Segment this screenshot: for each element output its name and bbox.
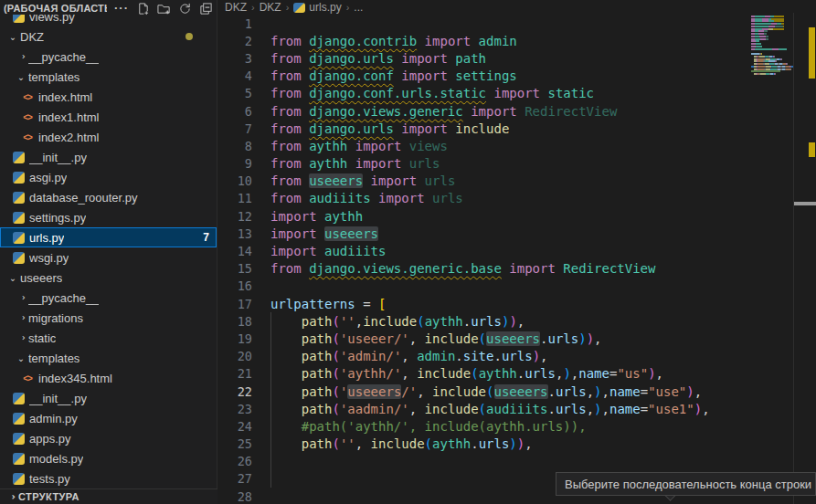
minimap-segment xyxy=(751,53,759,55)
code-line-20[interactable]: 20 path('admin/', admin.site.urls), xyxy=(218,348,816,365)
tree-file-models.py[interactable]: models.py xyxy=(0,448,217,468)
tree-file-index345.html[interactable]: <>index345.html xyxy=(0,368,217,388)
code-line-18[interactable]: 18 path('',include(aythh.urls)), xyxy=(218,312,816,330)
code-token: , xyxy=(409,402,425,416)
new-folder-icon[interactable] xyxy=(156,1,171,16)
tree-item-label: __pycache__ xyxy=(28,50,99,64)
code-area[interactable]: 12from django.contrib import admin3from … xyxy=(218,15,816,504)
tree-folder-templates[interactable]: ⌄templates xyxy=(0,348,217,368)
code-line-13[interactable]: 13import useeers xyxy=(218,225,816,242)
code-text: path('',include(aythh.urls)), xyxy=(252,314,525,329)
tree-file-wsgi.py[interactable]: wsgi.py xyxy=(0,247,217,268)
code-line-22[interactable]: 22 path('useeers/', include(useeers.urls… xyxy=(218,383,816,400)
code-line-14[interactable]: 14import audiiits xyxy=(218,242,816,259)
code-token: urls xyxy=(409,156,440,171)
html-file-icon: <> xyxy=(20,373,35,383)
tree-folder-__pycache__[interactable]: ⌄__pycache__ xyxy=(0,288,217,308)
collapse-folders-icon[interactable] xyxy=(198,1,213,16)
tree-folder-useeers[interactable]: ⌄useeers xyxy=(0,268,217,288)
code-line-26[interactable]: 26 xyxy=(218,453,816,470)
tree-folder-static[interactable]: ⌄static xyxy=(0,328,217,348)
tree-file-index.html[interactable]: <>index.html xyxy=(0,87,217,107)
code-line-5[interactable]: 5from django.conf.urls.static import sta… xyxy=(218,85,816,102)
tree-file-index2.html[interactable]: <>index2.html xyxy=(0,127,217,147)
code-line-23[interactable]: 23 path('aadmin/', include(audiiits.urls… xyxy=(218,400,816,417)
tree-file-admin.py[interactable]: admin.py xyxy=(0,408,217,428)
code-token: useeers xyxy=(347,384,401,399)
python-file-icon xyxy=(13,433,25,445)
tree-file-apps.py[interactable]: apps.py xyxy=(0,428,217,448)
chevron-down-icon: ⌄ xyxy=(14,69,28,84)
breadcrumb: DKZ›DKZ›urls.py›... xyxy=(218,0,816,15)
tree-item-label: __pycache__ xyxy=(28,291,99,305)
code-token: include xyxy=(432,384,486,399)
code-line-25[interactable]: 25 path('', include(aythh.urls)), xyxy=(218,436,816,453)
code-token: import xyxy=(417,34,478,48)
minimap-segment xyxy=(756,46,761,47)
tree-folder-DKZ[interactable]: ⌄DKZ xyxy=(0,26,217,47)
line-number: 11 xyxy=(218,191,252,205)
code-line-11[interactable]: 11from audiiits import urls xyxy=(218,190,816,207)
minimap-segment xyxy=(755,48,773,50)
tree-file-views.py[interactable]: views.py xyxy=(0,15,217,26)
code-line-12[interactable]: 12import aythh xyxy=(218,207,816,225)
line-number: 13 xyxy=(218,226,252,241)
python-file-icon xyxy=(13,15,25,23)
code-token: ( xyxy=(417,314,424,329)
editor-pane[interactable]: DKZ›DKZ›urls.py›... 12from django.contri… xyxy=(218,0,816,504)
minimap-segment xyxy=(768,18,771,20)
code-line-19[interactable]: 19 path('useeer/', include(useeers.urls)… xyxy=(218,330,816,347)
tree-folder-templates[interactable]: ⌄templates xyxy=(0,67,217,87)
minimap-line xyxy=(751,38,768,40)
line-number: 23 xyxy=(218,402,252,416)
minimap-line xyxy=(751,63,788,65)
breadcrumb-item[interactable]: DKZ xyxy=(225,1,247,14)
code-line-24[interactable]: 24 #path('aythh/', include(aythh.urls)), xyxy=(218,417,816,435)
code-line-2[interactable]: 2from django.contrib import admin xyxy=(218,32,816,49)
code-token: = xyxy=(355,297,378,311)
tree-file-settings.py[interactable]: settings.py xyxy=(0,207,217,227)
tree-file-__init__.py[interactable]: __init__.py xyxy=(0,388,217,408)
tree-file-asgi.py[interactable]: asgi.py xyxy=(0,167,217,187)
code-line-17[interactable]: 17urlpatterns = [ xyxy=(218,295,816,312)
tree-file-tests.py[interactable]: tests.py xyxy=(0,468,217,488)
code-token: ( xyxy=(479,331,486,346)
tree-item-label: tests.py xyxy=(29,472,70,486)
refresh-icon[interactable] xyxy=(177,1,192,16)
code-line-16[interactable]: 16 xyxy=(218,278,816,295)
code-line-1[interactable]: 1 xyxy=(218,15,816,32)
breadcrumb-separator-icon: › xyxy=(283,2,292,13)
code-line-9[interactable]: 9from aythh import urls xyxy=(218,155,816,173)
code-token: RedirectView xyxy=(525,104,617,119)
code-token: , xyxy=(525,436,532,451)
code-line-4[interactable]: 4from django.conf import settings xyxy=(218,68,816,85)
code-line-10[interactable]: 10from useeers import urls xyxy=(218,173,816,190)
html-file-icon: <> xyxy=(20,132,35,142)
new-file-icon[interactable] xyxy=(135,1,150,16)
tree-file-database_roouter.py[interactable]: database_roouter.py xyxy=(0,187,217,207)
breadcrumb-item[interactable]: ... xyxy=(354,1,363,14)
code-line-3[interactable]: 3from django.urls import path xyxy=(218,49,816,67)
breadcrumb-item[interactable]: urls.py xyxy=(293,1,341,14)
outline-section-header[interactable]: ⌄ СТРУКТУРА xyxy=(0,488,217,504)
scrollbar[interactable] xyxy=(793,13,816,504)
tree-file-index1.html[interactable]: <>index1.html xyxy=(0,107,217,127)
code-line-15[interactable]: 15from django.views.generic.base import … xyxy=(218,260,816,278)
tree-file-__init__.py[interactable]: __init__.py xyxy=(0,147,217,167)
code-token: useeers xyxy=(309,173,363,188)
code-line-6[interactable]: 6from django.views.generic import Redire… xyxy=(218,102,816,120)
tree-file-urls.py[interactable]: urls.py7 xyxy=(0,227,217,247)
code-token: path xyxy=(302,366,333,381)
cursor-ruler-mark xyxy=(794,202,816,205)
tree-folder-__pycache__[interactable]: ⌄__pycache__ xyxy=(0,47,217,67)
minimap-line xyxy=(751,58,781,60)
tree-folder-migrations[interactable]: ⌄migrations xyxy=(0,308,217,328)
minimap-segment xyxy=(766,36,768,37)
code-line-7[interactable]: 7from django.urls import include xyxy=(218,120,816,137)
breadcrumb-item[interactable]: DKZ xyxy=(260,1,281,14)
code-line-21[interactable]: 21 path('aythh/', include(aythh.urls,),n… xyxy=(218,365,816,383)
code-token: "use1" xyxy=(648,402,694,416)
more-actions-icon[interactable]: ··· xyxy=(114,1,129,16)
code-line-8[interactable]: 8from aythh import views xyxy=(218,137,816,154)
code-token: ( xyxy=(486,384,493,399)
